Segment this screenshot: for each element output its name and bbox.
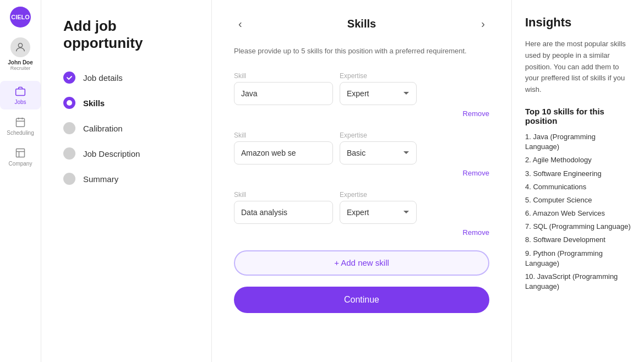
step-job-description[interactable]: Job Description: [63, 147, 189, 160]
skill-field-group-2: Skill: [234, 131, 333, 164]
top-skill-7: 7. SQL (Programming Language): [525, 222, 631, 232]
skill-row-3: Skill Expertise Basic Intermediate Exper…: [234, 191, 489, 237]
skills-header: ‹ Skills ›: [234, 15, 489, 32]
jobs-icon: [14, 85, 26, 97]
sidebar-item-company[interactable]: Company: [0, 142, 41, 171]
sidebar-item-scheduling[interactable]: Scheduling: [0, 112, 41, 140]
scheduling-icon: [14, 116, 26, 128]
top-skill-5: 5. Computer Science: [525, 195, 631, 205]
main-content: Add job opportunity Job details Skills C…: [41, 0, 644, 362]
add-skill-button[interactable]: + Add new skill: [234, 250, 489, 276]
step-label-calibration: Calibration: [83, 124, 123, 133]
company-label: Company: [9, 161, 32, 167]
remove-skill-2[interactable]: Remove: [463, 169, 489, 177]
skill-row-1: Skill Expertise Basic Intermediate Exper…: [234, 72, 489, 118]
step-indicator-calibration: [63, 122, 75, 134]
insights-description: Here are the most popular skills used by…: [525, 39, 631, 96]
step-skills[interactable]: Skills: [63, 97, 189, 109]
skills-panel: ‹ Skills › Please provide up to 5 skills…: [212, 0, 512, 362]
continue-button[interactable]: Continue: [234, 287, 489, 313]
top-skill-2: 2. Agile Methodology: [525, 155, 631, 165]
expertise-label-2: Expertise: [340, 131, 417, 139]
expertise-field-group-3: Expertise Basic Intermediate Expert: [340, 191, 417, 224]
skills-description: Please provide up to 5 skills for this p…: [234, 46, 489, 57]
step-indicator-skills: [63, 97, 75, 109]
step-indicator-summary: [63, 173, 75, 185]
skill-field-group-1: Skill: [234, 72, 333, 105]
skill-input-3[interactable]: [234, 201, 333, 224]
top-skill-6: 6. Amazon Web Services: [525, 209, 631, 218]
avatar: [10, 37, 30, 57]
expertise-label-3: Expertise: [340, 191, 417, 199]
top-skills-title: Top 10 skills for this position: [525, 107, 631, 125]
sidebar-item-jobs[interactable]: Jobs: [0, 81, 41, 109]
insights-panel: Insights Here are the most popular skill…: [512, 0, 644, 362]
jobs-label: Jobs: [14, 99, 26, 105]
skill-label-2: Skill: [234, 131, 333, 139]
user-name: John Doe: [8, 59, 33, 65]
remove-skill-1[interactable]: Remove: [463, 109, 489, 118]
skill-fields-2: Skill Expertise Basic Intermediate Exper…: [234, 131, 489, 164]
expertise-select-3[interactable]: Basic Intermediate Expert: [340, 201, 417, 224]
step-summary[interactable]: Summary: [63, 173, 189, 185]
step-indicator-job-description: [63, 147, 75, 160]
expertise-select-2[interactable]: Basic Intermediate Expert: [340, 141, 417, 164]
insights-title: Insights: [525, 15, 631, 30]
step-label-summary: Summary: [83, 174, 118, 184]
next-step-button[interactable]: ›: [477, 15, 489, 32]
app-logo: CIELO: [10, 7, 31, 28]
step-calibration[interactable]: Calibration: [63, 122, 189, 134]
scheduling-label: Scheduling: [7, 130, 34, 136]
svg-rect-1: [16, 89, 25, 96]
skill-label-3: Skill: [234, 191, 333, 199]
sidebar-nav: Jobs Scheduling Company: [0, 81, 41, 171]
remove-skill-3[interactable]: Remove: [463, 228, 489, 237]
user-profile: John Doe Recruiter: [8, 37, 33, 71]
svg-point-0: [18, 43, 22, 47]
skills-title: Skills: [347, 18, 376, 30]
top-skill-9: 9. Python (Programming Language): [525, 249, 631, 268]
page-title: Add job opportunity: [63, 18, 189, 52]
top-skill-10: 10. JavaScript (Programming Language): [525, 272, 631, 292]
top-skills-list: 1. Java (Programming Language) 2. Agile …: [525, 132, 631, 292]
company-icon: [14, 147, 26, 159]
step-label-job-details: Job details: [83, 73, 123, 83]
step-indicator-job-details: [63, 72, 75, 84]
svg-rect-3: [17, 149, 25, 157]
top-skill-8: 8. Software Development: [525, 235, 631, 245]
steps-panel: Add job opportunity Job details Skills C…: [41, 0, 212, 362]
step-job-details[interactable]: Job details: [63, 72, 189, 84]
skill-row-2: Skill Expertise Basic Intermediate Exper…: [234, 131, 489, 178]
skill-fields-3: Skill Expertise Basic Intermediate Exper…: [234, 191, 489, 224]
top-skill-1: 1. Java (Programming Language): [525, 132, 631, 152]
expertise-select-1[interactable]: Basic Intermediate Expert: [340, 82, 417, 105]
step-label-job-description: Job Description: [83, 149, 140, 158]
top-skill-4: 4. Communications: [525, 182, 631, 192]
skill-input-1[interactable]: [234, 82, 333, 105]
expertise-label-1: Expertise: [340, 72, 417, 80]
svg-rect-2: [17, 118, 25, 127]
top-skill-3: 3. Software Engineering: [525, 169, 631, 179]
expertise-field-group-1: Expertise Basic Intermediate Expert: [340, 72, 417, 105]
sidebar: CIELO John Doe Recruiter Jobs: [0, 0, 41, 362]
skill-field-group-3: Skill: [234, 191, 333, 224]
user-role: Recruiter: [10, 65, 31, 71]
expertise-field-group-2: Expertise Basic Intermediate Expert: [340, 131, 417, 164]
step-label-skills: Skills: [83, 98, 105, 108]
step-list: Job details Skills Calibration Job Descr…: [63, 72, 189, 185]
skill-fields-1: Skill Expertise Basic Intermediate Exper…: [234, 72, 489, 105]
prev-step-button[interactable]: ‹: [234, 15, 247, 32]
skill-input-2[interactable]: [234, 141, 333, 164]
skill-label-1: Skill: [234, 72, 333, 80]
